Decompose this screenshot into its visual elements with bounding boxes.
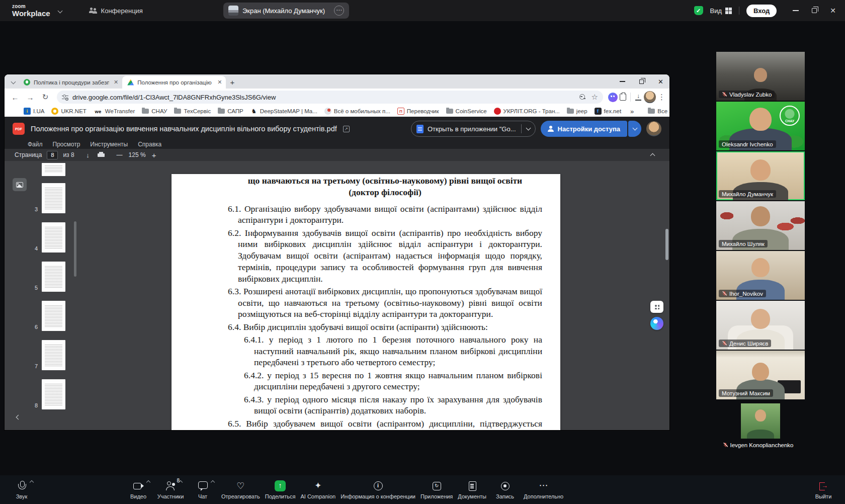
- tab-close-icon[interactable]: ✕: [114, 79, 118, 86]
- browser-tab-inactive[interactable]: Політика і процедури забезпе ✕: [19, 76, 122, 89]
- bookmark-item[interactable]: f fex.net: [595, 108, 622, 115]
- participant-video[interactable]: Михайло Думанчук: [716, 151, 805, 200]
- zoom-out-button[interactable]: —: [117, 151, 123, 158]
- extension-icon[interactable]: [608, 93, 618, 102]
- participant-tile[interactable]: Мотузний Максим: [716, 351, 805, 399]
- page-thumbnail[interactable]: [42, 262, 65, 292]
- toolbar-button[interactable]: Информация о конференции: [341, 480, 415, 499]
- toolbar-button[interactable]: Дополнительно: [524, 480, 563, 499]
- address-bar[interactable]: drive.google.com/file/d/1-Cl3Awct_7lDA8G…: [57, 91, 603, 104]
- bookmark-item[interactable]: П Переводчик: [397, 108, 439, 115]
- tab-search-icon[interactable]: [8, 76, 19, 87]
- account-avatar[interactable]: [646, 121, 661, 136]
- participant-tile[interactable]: Vladyslav Zubko: [716, 52, 805, 101]
- share-dropdown-button[interactable]: [628, 121, 641, 137]
- chrome-minimize-button[interactable]: [620, 81, 625, 82]
- page-number-input[interactable]: [47, 151, 58, 159]
- menu-item[interactable]: Просмотр: [53, 141, 80, 148]
- bookmark-item[interactable]: УКРЛІТ.ORG - Тран...: [494, 108, 560, 115]
- page-thumbnail[interactable]: [42, 183, 65, 213]
- bookmark-item[interactable]: САПР: [218, 108, 243, 114]
- minimize-button[interactable]: [793, 10, 799, 11]
- bookmark-item[interactable]: we WeTransfer: [94, 108, 135, 115]
- toolbar-button[interactable]: Чат: [189, 480, 216, 499]
- chevron-up-icon[interactable]: [211, 480, 215, 484]
- close-button[interactable]: ✕: [830, 7, 836, 14]
- bookmark-star-icon[interactable]: ☆: [592, 93, 598, 102]
- toolbar-button[interactable]: AI Companion: [300, 480, 335, 499]
- participant-video[interactable]: Михайло Шуляк: [716, 201, 805, 250]
- toolbar-button[interactable]: Звук: [8, 480, 35, 499]
- page-thumbnail[interactable]: [42, 222, 65, 253]
- bookmark-item[interactable]: ТехСервіс: [174, 108, 211, 114]
- participant-tile[interactable]: СНАУ Oleksandr Ivchenko: [716, 102, 805, 150]
- bookmark-item[interactable]: Всё о мобильных п...: [324, 108, 390, 115]
- participant-tile[interactable]: Денис Ширяєв: [716, 301, 805, 350]
- thumbnails-toggle-button[interactable]: [13, 178, 27, 191]
- bookmark-item[interactable]: СНАУ: [142, 108, 167, 114]
- open-in-app-button[interactable]: Открыть в приложении "Go...: [411, 121, 536, 137]
- page-tools-button[interactable]: [650, 301, 663, 313]
- restore-button[interactable]: [812, 8, 817, 13]
- participant-video[interactable]: Ihor_Novikov: [716, 251, 805, 300]
- page-thumbnail[interactable]: [42, 340, 65, 370]
- menu-item[interactable]: Инструменты: [90, 141, 128, 148]
- page-thumbnail[interactable]: [42, 379, 65, 409]
- signin-button[interactable]: Вход: [746, 5, 777, 17]
- menu-item[interactable]: Файл: [28, 141, 43, 148]
- toolbar-button[interactable]: Видео: [125, 480, 152, 499]
- browser-tab-active[interactable]: Положення про організацію в ✕: [122, 76, 226, 89]
- add-shortcut-icon[interactable]: ↗: [343, 126, 350, 132]
- toolbar-button[interactable]: Отреагировать: [221, 480, 260, 499]
- page-zoom-icon[interactable]: [579, 94, 585, 100]
- all-bookmarks-button[interactable]: Все закладки: [648, 108, 669, 114]
- download-icon[interactable]: ↓: [83, 151, 93, 159]
- back-icon[interactable]: ←: [9, 91, 22, 104]
- bookmark-item[interactable]: UKR.NET: [51, 108, 86, 115]
- downloads-icon[interactable]: ↓: [635, 94, 642, 101]
- profile-avatar[interactable]: [644, 91, 656, 103]
- site-settings-icon[interactable]: [62, 95, 68, 100]
- chevron-up-icon[interactable]: [30, 480, 34, 484]
- reload-icon[interactable]: ↻: [39, 91, 52, 104]
- share-settings-button[interactable]: Настройки доступа: [541, 121, 627, 137]
- participant-video[interactable]: Денис Ширяєв: [716, 301, 805, 350]
- toolbar-button[interactable]: 8 Участники: [157, 480, 184, 499]
- toolbar-button[interactable]: Документы: [458, 480, 486, 499]
- print-icon[interactable]: [98, 152, 105, 158]
- collapse-toolbar-button[interactable]: [647, 150, 657, 160]
- participant-tile[interactable]: Ievgen Konoplianchenko: [716, 403, 805, 449]
- security-shield-icon[interactable]: ✓: [694, 6, 703, 15]
- participant-video[interactable]: [741, 403, 780, 439]
- toolbar-button[interactable]: Запись: [491, 480, 519, 499]
- bookmark-item[interactable]: ♞ DeepStateMAP | Ма...: [250, 108, 317, 115]
- chevron-down-icon[interactable]: [57, 8, 62, 13]
- bookmark-item[interactable]: jeep: [567, 108, 587, 114]
- chrome-restore-button[interactable]: [639, 79, 644, 84]
- tab-shared-screen[interactable]: Экран (Михайло Думанчук) ⋯: [223, 3, 349, 19]
- thumbnail-scrollbar[interactable]: [74, 221, 76, 277]
- collapse-sidebar-button[interactable]: [14, 411, 23, 423]
- page-thumbnail-partial[interactable]: [42, 163, 65, 176]
- participant-video[interactable]: СНАУ Oleksandr Ivchenko: [716, 102, 805, 150]
- new-tab-button[interactable]: +: [230, 78, 234, 87]
- tab-options-icon[interactable]: ⋯: [334, 6, 344, 16]
- participant-video[interactable]: Vladyslav Zubko: [716, 52, 805, 101]
- zoom-in-button[interactable]: +: [152, 151, 156, 159]
- toolbar-button[interactable]: Поделиться: [265, 480, 296, 499]
- bookmarks-overflow-icon[interactable]: »: [630, 108, 634, 115]
- assistant-extension-button[interactable]: [650, 317, 663, 330]
- chevron-down-icon[interactable]: [526, 126, 531, 131]
- page-scrollbar[interactable]: [665, 229, 668, 260]
- participant-video[interactable]: Мотузний Максим: [716, 351, 805, 399]
- forward-icon[interactable]: →: [24, 91, 37, 104]
- participant-tile[interactable]: Михайло Думанчук: [716, 151, 805, 200]
- page-thumbnail[interactable]: [42, 301, 65, 331]
- participant-tile[interactable]: Ihor_Novikov: [716, 251, 805, 300]
- toolbar-button[interactable]: Приложения: [420, 480, 453, 499]
- bookmark-item[interactable]: CoinService: [446, 108, 487, 114]
- view-button[interactable]: Вид: [710, 7, 732, 15]
- bookmark-item[interactable]: i I.UA: [24, 108, 44, 115]
- browser-menu-icon[interactable]: ⋮: [658, 93, 665, 102]
- participant-tile[interactable]: Михайло Шуляк: [716, 201, 805, 250]
